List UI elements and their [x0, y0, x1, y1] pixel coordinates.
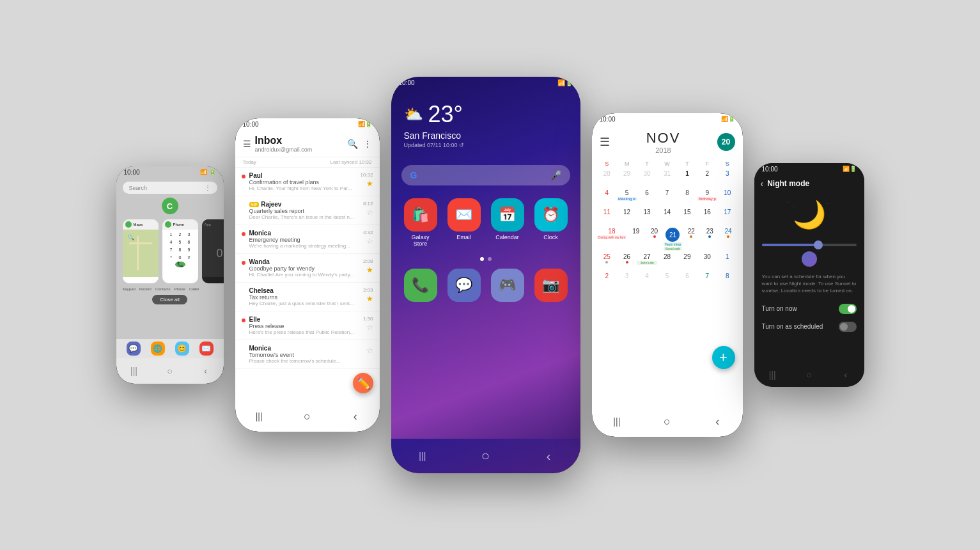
nav-home-icon2[interactable]: ○ [300, 410, 313, 423]
weather-temp: 23° [428, 101, 463, 128]
email-item-elle[interactable]: Elle Press release Here's the press rele… [235, 311, 380, 340]
app-clock[interactable]: ⏰ Clock [532, 198, 570, 247]
dot-1 [480, 257, 484, 261]
more-icon[interactable]: ⋮ [363, 139, 372, 149]
email-action-icons: 🔍 ⋮ [347, 139, 372, 149]
nav-back-icon[interactable]: ‹ [199, 365, 212, 377]
google-logo: G [410, 170, 417, 180]
mic-icon[interactable]: 🎤 [550, 170, 561, 180]
app-game[interactable]: 🎮 [488, 269, 527, 304]
page-dots [391, 257, 580, 261]
app-chat[interactable]: 💬 [445, 269, 483, 304]
add-event-fab[interactable]: + [712, 346, 735, 369]
nav-recent-icon2[interactable]: ||| [253, 410, 265, 423]
dock-messages[interactable]: 💬 [127, 342, 141, 356]
phone5-time: 10:00 [762, 166, 778, 173]
nav-home-cal[interactable]: ○ [660, 415, 673, 428]
phone1-dock: 💬 🌐 😊 ✉️ [116, 339, 224, 358]
phone-recent-apps: 10:00 📶 🔋 Search ⋮ C [116, 166, 224, 384]
phone-email: 10:00 📶🔋 ☰ Inbox androidux@gmail.com [235, 118, 380, 432]
nav-back-cal[interactable]: ‹ [711, 415, 724, 428]
toggle-row-2: Turn on as scheduled [754, 318, 864, 336]
nav-home-night[interactable]: ○ [802, 368, 815, 381]
nav-back-home[interactable]: ‹ [542, 450, 555, 462]
nav-recent-home[interactable]: ||| [416, 450, 429, 462]
night-mode-desc: You can set a schedule for when you want… [754, 271, 864, 300]
cal-week-1: 28 29 30 31 1 2 3 [597, 169, 738, 187]
phone4-screen: 10:00 📶🔋 ☰ NOV 2018 20 S M [592, 113, 743, 406]
phone2-nav-bar: ||| ○ ‹ [235, 401, 380, 432]
nav-home-home[interactable]: ○ [479, 450, 492, 462]
phone1-search-bar[interactable]: Search ⋮ [123, 182, 217, 194]
weather-city: San Francisco [404, 130, 568, 141]
phone1-app-cards: Maps 🔍 Phone [116, 217, 224, 286]
app-card-maps[interactable]: Maps 🔍 [123, 219, 159, 283]
cal-week-6: 2 3 4 5 6 7 8 [597, 272, 738, 290]
toggle2-label: Turn on as scheduled [762, 323, 823, 330]
phone1-time: 10:00 [124, 169, 140, 176]
phone-home: 10:00 📶🔋 ⛅ 23° San Francisco Updated 07/… [391, 77, 580, 473]
dock-mail[interactable]: ✉️ [199, 342, 214, 356]
nav-recent-icon[interactable]: ||| [128, 365, 141, 377]
app-card-dialer[interactable]: Phone 123 456 789 *0# 📞 [162, 219, 198, 283]
email-item-monica2[interactable]: Monica Tomorrow's event Please check the… [235, 340, 380, 369]
nav-recent-night[interactable]: ||| [766, 368, 779, 381]
compose-fab[interactable]: ✏️ [353, 373, 373, 393]
app-phone[interactable]: 📞 [401, 269, 440, 304]
phone5-screen: 10:00 📶🔋 ‹ Night mode · · · 🌙 [754, 163, 864, 363]
phone3-status-icons: 📶🔋 [557, 79, 573, 86]
nav-home-icon[interactable]: ○ [164, 365, 176, 377]
night-mode-header: ‹ Night mode [754, 175, 864, 192]
email-item-monica1[interactable]: Monica Emergency meeting We're having a … [235, 225, 380, 254]
weather-icon: ⛅ [404, 106, 423, 123]
email-item-chelsea[interactable]: Chelsea Tax returns Hey Charlie, just a … [235, 283, 380, 311]
app-galaxy-store[interactable]: 🛍️ GalaxyStore [401, 198, 440, 247]
back-icon[interactable]: ‹ [761, 178, 764, 189]
phone3-status-bar: 10:00 📶🔋 [391, 77, 580, 88]
cal-menu-icon[interactable]: ☰ [600, 135, 610, 149]
phone5-nav-bar: ||| ○ ‹ [754, 363, 864, 387]
call-button-small[interactable]: 📞 [175, 262, 185, 267]
phone2-status-bar: 10:00 📶🔋 [235, 118, 380, 130]
nav-back-night[interactable]: ‹ [839, 368, 852, 381]
phone4-nav-bar: ||| ○ ‹ [592, 406, 743, 437]
search-icon[interactable]: 🔍 [347, 139, 358, 149]
dock-browser[interactable]: 🌐 [151, 342, 165, 356]
cal-month: NOV [646, 130, 681, 146]
calendar-grid: S M T W T F S 28 29 30 31 1 2 3 [592, 157, 743, 294]
cal-week-3: 11 12 13 14 15 16 17 [597, 208, 738, 226]
weather-widget: ⛅ 23° San Francisco Updated 07/11 10:00 … [391, 88, 580, 155]
dialer-content: 123 456 789 *0# 📞 [162, 230, 198, 268]
phone1-status-icons: 📶 🔋 [200, 169, 216, 175]
last-synced: Last synced 10:32 [331, 159, 372, 165]
nav-back-icon2[interactable]: ‹ [349, 410, 362, 423]
phone3-nav-bar: ||| ○ ‹ [391, 439, 580, 473]
close-all-button[interactable]: Close all [152, 295, 187, 304]
unread-indicator [242, 175, 245, 178]
app-card-dark[interactable]: App 0 [202, 219, 224, 283]
app-calendar[interactable]: 📅 Calendar [488, 198, 527, 247]
weather-updated: Updated 07/11 10:00 ↺ [404, 142, 568, 148]
toggle1[interactable] [839, 304, 857, 314]
phone-calendar: 10:00 📶🔋 ☰ NOV 2018 20 S M [592, 113, 743, 437]
email-item-rajeev[interactable]: VIP Rajeev Quarterly sales report Dear C… [235, 196, 380, 225]
brightness-slider[interactable] [754, 244, 864, 271]
phone1-search-text: Search [129, 185, 148, 191]
email-address: androidux@gmail.com [255, 146, 313, 153]
email-item-wanda[interactable]: Wanda Goodbye party for Wendy Hi, Charli… [235, 254, 380, 283]
nav-recent-cal[interactable]: ||| [611, 415, 623, 428]
email-item-paul[interactable]: Paul Confirmation of travel plans Hi, Ch… [235, 168, 380, 196]
app-camera[interactable]: 📷 [532, 269, 570, 304]
today-badge[interactable]: 20 [717, 133, 735, 151]
dock-bixby[interactable]: 😊 [175, 342, 189, 356]
app-grid-row2: 📞 💬 🎮 📷 [391, 269, 580, 304]
hamburger-icon[interactable]: ☰ [243, 139, 251, 149]
recent-apps-bg: 10:00 📶 🔋 Search ⋮ C [116, 166, 224, 358]
phone-night-mode: 10:00 📶🔋 ‹ Night mode · · · 🌙 [754, 163, 864, 387]
clock-label: Clock [543, 234, 558, 240]
phone2-screen: 10:00 📶🔋 ☰ Inbox androidux@gmail.com [235, 118, 380, 401]
app-email[interactable]: ✉️ Email [445, 198, 483, 247]
toggle2[interactable] [839, 322, 857, 332]
google-search-bar[interactable]: G 🎤 [401, 165, 570, 185]
phone1-contact-icon-row: C [116, 198, 224, 214]
